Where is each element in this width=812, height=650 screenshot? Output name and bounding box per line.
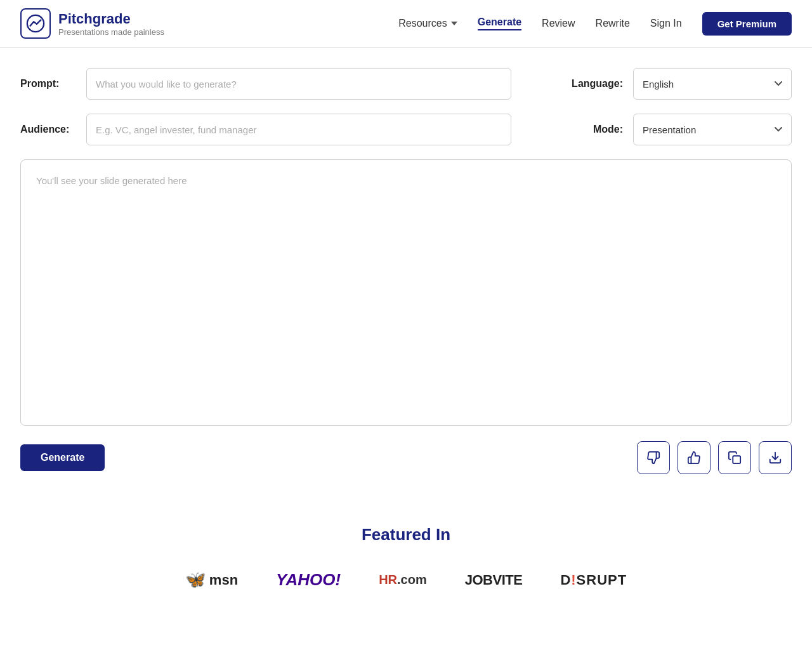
svg-rect-1 [733,456,740,463]
language-label: Language: [572,78,623,90]
thumbs-up-button[interactable] [678,441,710,474]
logo-text: Pitchgrade Presentations made painless [58,11,164,37]
audience-row: Audience: Mode: Presentation Document Em… [20,114,792,145]
featured-logos: 🦋 msn YAHOO! HR.com JOBVITE D!SRUPT [20,570,792,590]
nav-rewrite[interactable]: Rewrite [596,18,630,29]
copy-button[interactable] [718,441,751,474]
logo-title: Pitchgrade [58,11,164,27]
thumbs-up-icon [687,451,701,465]
nav-review[interactable]: Review [542,18,575,29]
msn-bird-icon: 🦋 [185,570,206,590]
nav-generate[interactable]: Generate [478,17,521,30]
actions-row: Generate [20,441,792,474]
featured-title: Featured In [20,525,792,545]
prompt-label: Prompt: [20,78,71,90]
brand-hrcom: HR.com [379,573,427,587]
featured-section: Featured In 🦋 msn YAHOO! HR.com JOBVITE … [0,500,812,628]
prompt-input[interactable] [86,68,511,100]
nav-signin[interactable]: Sign In [650,18,682,29]
brand-jobvite: JOBVITE [465,572,523,588]
thumbs-down-icon [646,451,660,465]
audience-label: Audience: [20,124,71,135]
slide-placeholder-text: You'll see your slide generated here [36,175,187,186]
chevron-down-icon [451,22,457,25]
language-group: Language: English Spanish French German … [572,68,792,100]
mode-group: Mode: Presentation Document Email Report [593,114,792,145]
logo-subtitle: Presentations made painless [58,27,164,37]
brand-msn: 🦋 msn [185,570,238,590]
slide-output-area: You'll see your slide generated here [20,159,792,426]
audience-input[interactable] [86,114,511,145]
mode-select[interactable]: Presentation Document Email Report [633,114,792,145]
brand-yahoo: YAHOO! [276,570,341,590]
get-premium-button[interactable]: Get Premium [702,12,792,36]
nav-resources[interactable]: Resources [398,18,457,29]
download-button[interactable] [759,441,792,474]
main-nav: Resources Generate Review Rewrite Sign I… [398,12,792,36]
thumbs-down-button[interactable] [637,441,670,474]
download-icon [768,451,782,465]
mode-label: Mode: [593,124,623,135]
copy-icon [728,451,742,465]
logo-icon [20,8,51,39]
prompt-row: Prompt: Language: English Spanish French… [20,68,792,100]
language-select[interactable]: English Spanish French German Portuguese… [633,68,792,100]
brand-disrupt: D!SRUPT [560,572,627,588]
action-icons-group [637,441,792,474]
generate-button[interactable]: Generate [20,444,105,471]
logo-area[interactable]: Pitchgrade Presentations made painless [20,8,164,39]
